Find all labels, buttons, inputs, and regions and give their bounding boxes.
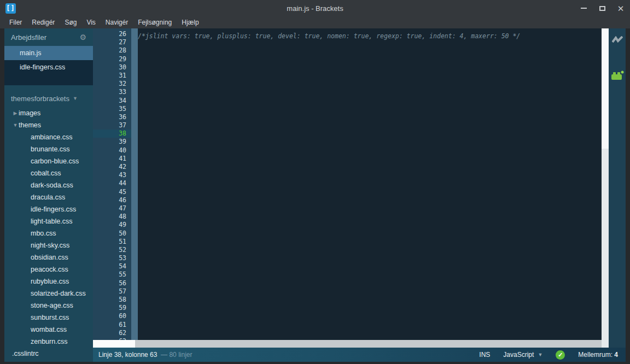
horizontal-scrollbar-thumb[interactable]	[93, 340, 135, 348]
line-number: 44	[93, 179, 131, 187]
live-preview-icon[interactable]	[612, 36, 623, 44]
line-number: 42	[93, 163, 131, 171]
working-file-main-js[interactable]: main.js	[4, 46, 93, 60]
tree-item-wombat-css[interactable]: wombat.css	[4, 324, 93, 336]
vertical-scrollbar-thumb[interactable]	[602, 28, 609, 149]
line-number: 52	[93, 246, 131, 254]
working-files-header: Arbejdsfiler ⚙	[4, 28, 93, 46]
line-number: 60	[93, 312, 131, 320]
menu-item-redig-r[interactable]: Redigér	[27, 17, 60, 28]
line-number: 37	[93, 121, 131, 130]
project-name: themesforbrackets	[11, 95, 69, 103]
tree-item-rubyblue-css[interactable]: rubyblue.css	[4, 275, 93, 287]
tree-item-images[interactable]: ▶images	[4, 107, 93, 119]
line-number: 35	[93, 105, 131, 113]
line-number: 55	[93, 271, 131, 279]
line-number: 41	[93, 155, 131, 163]
spacing-setting[interactable]: Mellemrum: 4	[578, 351, 618, 359]
insert-mode-indicator[interactable]: INS	[479, 351, 490, 359]
tree-item-sunburst-css[interactable]: sunburst.css	[4, 312, 93, 324]
file-tree: ▶images▼themesambiance.cssbrunante.cssca…	[4, 107, 93, 360]
working-file-idle-fingers-css[interactable]: idle-fingers.css	[4, 60, 93, 74]
maximize-icon[interactable]	[593, 0, 611, 16]
line-number: 36	[93, 113, 131, 121]
code-line-26[interactable]: /*jslint vars: true, plusplus: true, dev…	[138, 32, 602, 40]
tree-item-carbon-blue-css[interactable]: carbon-blue.css	[4, 155, 93, 167]
tree-item-stone-age-css[interactable]: stone-age.css	[4, 300, 93, 312]
cursor-position: Linje 38, kolonne 63 — 80 linjer	[93, 351, 192, 359]
vertical-scrollbar[interactable]	[602, 28, 609, 348]
lint-check-icon[interactable]: ✓	[556, 350, 565, 360]
line-number: 39	[93, 138, 131, 146]
line-number: 33	[93, 88, 131, 96]
tree-item-dark-soda-css[interactable]: dark-soda.css	[4, 179, 93, 191]
line-number: 28	[93, 46, 131, 55]
menu-item-vis[interactable]: Vis	[81, 17, 100, 28]
line-number: 48	[93, 213, 131, 221]
window-controls: ✕	[574, 0, 630, 16]
tree-item-zenburn-css[interactable]: zenburn.css	[4, 336, 93, 348]
brackets-logo-icon: []	[5, 3, 16, 14]
horizontal-scrollbar[interactable]	[93, 340, 602, 348]
line-number: 40	[93, 146, 131, 155]
code-lines[interactable]: /*jslint vars: true, plusplus: true, dev…	[138, 28, 602, 348]
line-count: — 80 linjer	[161, 351, 192, 359]
tree-item-cobalt-css[interactable]: cobalt.css	[4, 167, 93, 179]
line-number: 58	[93, 296, 131, 304]
close-icon[interactable]: ✕	[611, 0, 630, 16]
titlebar: [] main.js - Brackets ✕	[0, 0, 630, 16]
line-number: 62	[93, 329, 131, 337]
line-number: 30	[93, 63, 131, 72]
main-area: Arbejdsfiler ⚙ main.jsidle-fingers.css t…	[4, 28, 626, 362]
line-number: 45	[93, 188, 131, 196]
menu-item-fejls-gning[interactable]: Fejlsøgning	[133, 17, 177, 28]
line-number: 34	[93, 97, 131, 105]
line-number: 56	[93, 279, 131, 287]
line-number: 27	[93, 38, 131, 46]
menu-item-hj-lp[interactable]: Hjælp	[177, 17, 203, 28]
line-number: 38	[93, 130, 131, 138]
tree-item-themes[interactable]: ▼themes	[4, 119, 93, 131]
tree-item-idle-fingers-css[interactable]: idle-fingers.css	[4, 203, 93, 215]
line-number: 26	[93, 30, 131, 38]
line-number: 32	[93, 80, 131, 88]
tree-item-mbo-css[interactable]: mbo.css	[4, 227, 93, 239]
line-number: 47	[93, 204, 131, 213]
extension-manager-icon[interactable]	[611, 71, 624, 80]
language-selector[interactable]: JavaScript ▼	[503, 351, 542, 359]
chevron-down-icon: ▼	[73, 96, 78, 101]
minimize-icon[interactable]	[574, 0, 593, 16]
menubar: FilerRedigérSøgVisNavigérFejlsøgningHjæl…	[0, 16, 630, 28]
menu-item-navig-r[interactable]: Navigér	[101, 17, 133, 28]
line-number: 50	[93, 230, 131, 238]
statusbar: Linje 38, kolonne 63 — 80 linjer INS Jav…	[93, 348, 626, 362]
gear-icon[interactable]: ⚙	[79, 33, 86, 42]
project-header[interactable]: themesforbrackets ▼	[4, 92, 93, 105]
brackets-window: [] main.js - Brackets ✕ FilerRedigérSøgV…	[0, 0, 630, 364]
tree-item-csslintrc[interactable]: .csslintrc	[4, 348, 93, 360]
line-number: 51	[93, 238, 131, 246]
tree-item-obsidian-css[interactable]: obsidian.css	[4, 251, 93, 263]
line-number: 46	[93, 196, 131, 204]
tree-item-dracula-css[interactable]: dracula.css	[4, 191, 93, 203]
line-number: 61	[93, 321, 131, 329]
tree-item-solarized-dark-css[interactable]: solarized-dark.css	[4, 287, 93, 300]
gutter: 2627282930313233343536373839404142434445…	[93, 28, 131, 348]
line-number: 29	[93, 55, 131, 63]
menu-item-s-g[interactable]: Søg	[60, 17, 81, 28]
line-number: 54	[93, 262, 131, 271]
tree-item-brunante-css[interactable]: brunante.css	[4, 143, 93, 155]
line-number: 43	[93, 171, 131, 179]
line-number: 57	[93, 287, 131, 296]
tree-item-light-table-css[interactable]: light-table.css	[4, 215, 93, 227]
code-editor[interactable]: 2627282930313233343536373839404142434445…	[93, 28, 602, 348]
tree-item-ambiance-css[interactable]: ambiance.css	[4, 131, 93, 143]
chevron-right-icon[interactable]: ▶	[12, 110, 19, 116]
line-number: 31	[93, 72, 131, 80]
tree-item-night-sky-css[interactable]: night-sky.css	[4, 239, 93, 251]
chevron-down-icon: ▼	[538, 352, 542, 357]
tree-item-peacock-css[interactable]: peacock.css	[4, 263, 93, 275]
chevron-down-icon[interactable]: ▼	[12, 122, 19, 128]
menu-item-filer[interactable]: Filer	[4, 17, 27, 28]
working-files-list: main.jsidle-fingers.css	[4, 46, 93, 85]
